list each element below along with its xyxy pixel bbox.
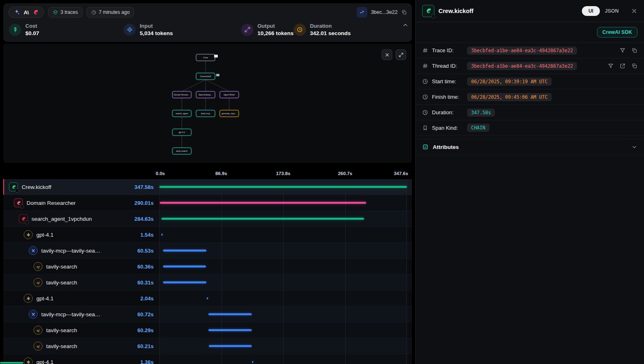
detail-value[interactable]: 347.58s xyxy=(467,109,495,117)
stat-value: 5,034 tokens xyxy=(140,30,173,36)
crewai-logo xyxy=(32,9,39,16)
graph-node[interactable]: Data Strategi… xyxy=(196,91,215,98)
svg-text:tavily-search: tavily-search xyxy=(176,150,188,152)
attributes-icon xyxy=(422,144,429,150)
scroll-indicator[interactable] xyxy=(0,362,23,364)
svg-text:Domain Resear…: Domain Resear… xyxy=(174,93,190,96)
span-bar[interactable] xyxy=(163,282,206,284)
sdk-badge[interactable]: CrewAI SDK xyxy=(597,27,637,38)
trace-row[interactable]: tavily-mcp---tavily-sea… 60.53s xyxy=(3,243,412,259)
chart-button[interactable] xyxy=(357,7,367,18)
trace-row[interactable]: tavily-search 60.31s xyxy=(3,275,412,291)
bookmark-icon xyxy=(422,125,429,131)
detail-row: Span Kind: CHAIN xyxy=(416,120,644,135)
span-bar[interactable] xyxy=(207,297,208,300)
tab-ui[interactable]: UI xyxy=(582,6,600,16)
span-bar[interactable] xyxy=(161,234,163,236)
span-name-cell: Crew.kickoff 347.58s xyxy=(3,179,159,195)
detail-value[interactable]: CHAIN xyxy=(467,124,490,132)
span-bar[interactable] xyxy=(252,361,253,363)
detail-label: Trace ID: xyxy=(432,47,464,53)
copy-icon[interactable] xyxy=(631,47,637,53)
span-name: tavily-search xyxy=(46,264,77,270)
span-name: tavily-search xyxy=(46,327,77,333)
expand-graph-button[interactable] xyxy=(396,49,406,60)
span-track xyxy=(159,179,407,195)
trace-topbar: A\ 3 traces 7 minutes ago 3bec...3e22 xyxy=(3,3,412,21)
graph-node[interactable]: tavily-mcp xyxy=(196,110,215,117)
graph-node[interactable]: gpt-4.1 xyxy=(172,129,191,135)
span-bar[interactable] xyxy=(163,250,206,252)
graph-node[interactable]: Crew.kickoff xyxy=(196,73,215,80)
span-name: search_agent_1vpchdun xyxy=(31,216,92,222)
tab-json[interactable]: JSON xyxy=(600,6,624,16)
span-name: tavily-mcp---tavily-sea… xyxy=(41,311,101,317)
detail-value[interactable]: 06/28/2025, 09:45:06 AM UTC xyxy=(467,93,552,101)
span-bar[interactable] xyxy=(209,345,252,347)
trace-graph-panel: Crew Crew.kickoff Domain Resear… Data St… xyxy=(3,44,412,163)
filter-icon[interactable] xyxy=(608,63,614,69)
trace-row[interactable]: gpt-4.1 1.54s xyxy=(3,227,412,243)
graph-node[interactable]: tavily-search xyxy=(172,148,191,154)
graph-node[interactable]: search_agent xyxy=(172,110,191,117)
detail-row: Duration: 347.58s xyxy=(416,104,644,120)
span-bar[interactable] xyxy=(163,266,206,268)
span-name-cell: gpt-4.1 1.54s xyxy=(3,227,159,242)
span-duration: 60.53s xyxy=(137,248,159,254)
sub-badge xyxy=(20,204,24,209)
graph-node[interactable]: Crew xyxy=(196,54,215,61)
detail-value[interactable]: 3becbfed-a1be-ae84-ea3c-4942867a3e22 xyxy=(467,62,577,70)
span-name-cell: tavily-search 60.29s xyxy=(3,322,159,338)
span-bar[interactable] xyxy=(159,186,407,188)
view-toggle: UI JSON xyxy=(582,6,624,16)
axis-tick: 86.9s xyxy=(215,171,227,176)
external-link-icon[interactable] xyxy=(619,63,626,69)
span-bar[interactable] xyxy=(160,202,367,204)
span-bar[interactable] xyxy=(208,313,252,315)
span-track xyxy=(159,322,407,338)
trace-row[interactable]: tavily-mcp---tavily-sea… 60.72s xyxy=(3,306,412,322)
span-track xyxy=(159,338,407,354)
span-name: gpt-4.1 xyxy=(36,359,54,364)
output-icon xyxy=(241,24,253,36)
span-name-cell: Domain Researcher 290.01s xyxy=(3,195,159,211)
stat-label: Cost xyxy=(25,23,39,29)
span-duration: 60.29s xyxy=(137,327,159,333)
tavily-icon xyxy=(34,326,42,335)
detail-value[interactable]: 3becbfed-a1be-ae84-ea3c-4942867a3e22 xyxy=(467,47,577,55)
trace-row[interactable]: gpt-4.1 1.36s xyxy=(3,354,412,364)
copy-icon[interactable] xyxy=(631,63,637,69)
attributes-section-header[interactable]: Attributes xyxy=(416,139,644,155)
trace-row[interactable]: tavily-search 60.21s xyxy=(3,338,412,354)
openai-icon xyxy=(24,230,33,239)
detail-actions xyxy=(619,47,637,53)
traces-count-badge[interactable]: 3 traces xyxy=(48,7,83,18)
span-name: tavily-mcp---tavily-sea… xyxy=(41,248,101,254)
filter-icon[interactable] xyxy=(619,47,626,53)
graph-node[interactable]: Domain Resear… xyxy=(172,91,191,98)
detail-label: Thread ID: xyxy=(432,63,464,69)
span-bar[interactable] xyxy=(208,329,251,331)
detail-row: Finish time: 06/28/2025, 09:45:06 AM UTC xyxy=(416,89,644,104)
span-track xyxy=(159,291,407,306)
close-graph-button[interactable] xyxy=(382,49,392,60)
span-name-cell: tavily-search 60.31s xyxy=(3,275,159,290)
detail-value[interactable]: 06/28/2025, 09:39:19 AM UTC xyxy=(467,78,552,86)
trace-row[interactable]: gpt-4.1 2.04s xyxy=(3,291,412,306)
span-duration: 60.21s xyxy=(137,343,159,349)
trace-row[interactable]: Domain Researcher 290.01s xyxy=(3,195,412,211)
graph-node[interactable]: generate_repo… xyxy=(220,110,239,117)
crew-icon xyxy=(422,5,434,17)
graph-node[interactable]: Agent Writer xyxy=(220,91,239,98)
close-panel-button[interactable] xyxy=(631,8,637,14)
trace-row[interactable]: search_agent_1vpchdun 284.63s xyxy=(3,211,412,227)
collapse-stats-button[interactable] xyxy=(402,22,409,29)
trace-row[interactable]: Crew.kickoff 347.58s xyxy=(3,179,412,195)
chevron-down-icon[interactable] xyxy=(631,144,637,150)
trace-row[interactable]: tavily-search 60.36s xyxy=(3,259,412,275)
span-track xyxy=(159,243,407,258)
copy-trace-id-button[interactable] xyxy=(401,9,407,15)
tools-icon xyxy=(29,246,38,255)
span-bar[interactable] xyxy=(161,218,364,220)
trace-row[interactable]: tavily-search 60.29s xyxy=(3,322,412,338)
